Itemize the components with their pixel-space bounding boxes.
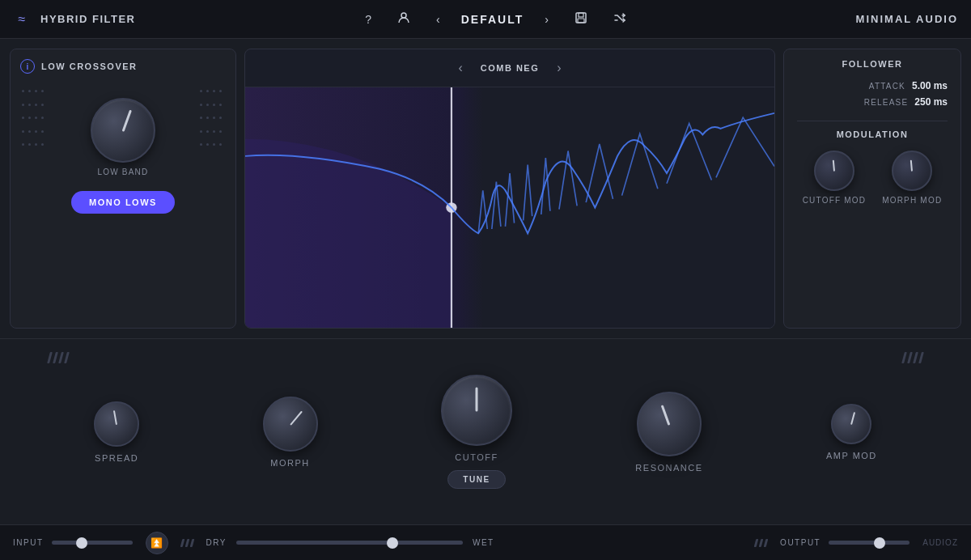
b-hatch-r1 — [754, 539, 759, 547]
bottom-bar: INPUT ⏫ DRY WET OUTPUT AUDIO — [0, 524, 971, 560]
attack-row: ATTACK 5.00 ms — [797, 80, 948, 91]
svg-point-0 — [401, 13, 406, 18]
output-slider-group: OUTPUT — [780, 538, 910, 547]
follower-panel: FOLLOWER ATTACK 5.00 ms RELEASE 250 ms M… — [783, 49, 961, 329]
attack-value: 5.00 ms — [912, 80, 948, 91]
morph-mod-label: MORPH MOD — [882, 196, 942, 205]
hatch-r1 — [901, 352, 907, 363]
modulation-knobs: CUTOFF MOD MORPH MOD — [803, 151, 943, 205]
preset-name: DEFAULT — [461, 13, 524, 26]
hatch-r2 — [907, 352, 913, 363]
top-bar: ≈ HYBRID FILTER ? ‹ DEFAULT › MINIMAL AU… — [0, 0, 971, 39]
hatch-marks-left — [49, 352, 68, 363]
attack-label: ATTACK — [869, 82, 905, 91]
cutoff-knob[interactable] — [441, 375, 512, 446]
wet-label: WET — [473, 538, 494, 547]
spread-knob[interactable] — [94, 401, 139, 447]
input-slider[interactable] — [52, 541, 133, 545]
morph-knob[interactable] — [263, 397, 318, 452]
morph-mod-knob[interactable] — [892, 151, 932, 191]
release-row: RELEASE 250 ms — [797, 96, 948, 108]
crossover-header: i LOW CROSSOVER — [20, 59, 226, 74]
cutoff-mod-label: CUTOFF MOD — [803, 196, 866, 205]
shuffle-button[interactable] — [608, 8, 631, 30]
hatch-marks-right — [903, 352, 922, 363]
low-band-knob[interactable] — [91, 98, 155, 163]
prev-preset-button[interactable]: ‹ — [431, 10, 445, 29]
filter-prev-button[interactable]: ‹ — [453, 57, 467, 78]
audioz-watermark: AUDIOZ — [922, 538, 958, 547]
cutoff-mod-knob[interactable] — [814, 151, 854, 191]
b-hatch-3 — [189, 539, 194, 547]
b-hatch-1 — [180, 539, 184, 547]
next-preset-button[interactable]: › — [540, 10, 553, 29]
filter-header: ‹ COMB NEG › — [245, 49, 774, 87]
b-hatch-r2 — [759, 539, 764, 547]
info-button[interactable]: i — [20, 59, 35, 74]
filter-next-button[interactable]: › — [552, 57, 566, 78]
filter-visualization — [245, 87, 774, 328]
user-button[interactable] — [392, 8, 415, 30]
low-band-label: LOW BAND — [98, 168, 149, 176]
release-value: 250 ms — [914, 96, 948, 108]
output-slider[interactable] — [829, 541, 910, 545]
morph-container: MORPH — [263, 397, 318, 468]
low-band-knob-container: LOW BAND — [91, 98, 155, 176]
plugin-title: HYBRID FILTER — [40, 13, 135, 25]
follower-title: FOLLOWER — [842, 59, 903, 69]
spread-label: SPREAD — [95, 453, 138, 463]
help-button[interactable]: ? — [360, 10, 376, 29]
filter-panel: ‹ COMB NEG › — [244, 49, 775, 329]
plugin-icon: ≈ — [13, 11, 31, 28]
input-label: INPUT — [13, 538, 44, 547]
modulation-title: MODULATION — [837, 129, 909, 139]
hatch-r3 — [913, 352, 918, 363]
dot-grid-right — [200, 90, 224, 155]
bottom-section: SPREAD MORPH CUTOFF TUNE RESONANCE AMP M… — [0, 338, 971, 524]
bottom-hatch-left — [181, 539, 193, 547]
b-hatch-2 — [184, 539, 189, 547]
resonance-knob[interactable] — [637, 392, 702, 456]
hatch-1 — [47, 352, 53, 363]
top-panels: i LOW CROSSOVER LOW BAND — [0, 39, 971, 338]
dot-grid-left — [22, 90, 46, 155]
follower-divider — [797, 121, 948, 121]
dry-label: DRY — [206, 538, 227, 547]
hatch-r4 — [918, 352, 924, 363]
resonance-label: RESONANCE — [635, 463, 702, 473]
brand-name: MINIMAL AUDIO — [856, 13, 958, 25]
amp-mod-label: AMP MOD — [826, 451, 877, 460]
hatch-3 — [58, 352, 64, 363]
top-bar-center: ? ‹ DEFAULT › — [360, 8, 631, 30]
top-bar-right: MINIMAL AUDIO — [856, 13, 958, 25]
cutoff-mod-container: CUTOFF MOD — [803, 151, 866, 205]
cutoff-label: CUTOFF — [455, 452, 498, 462]
amp-mod-knob[interactable] — [831, 404, 871, 444]
save-button[interactable] — [570, 8, 592, 30]
morph-mod-container: MORPH MOD — [882, 151, 942, 205]
spread-container: SPREAD — [94, 401, 139, 463]
double-chevron-button[interactable]: ⏫ — [146, 532, 168, 554]
filter-display — [245, 87, 774, 328]
cutoff-container: CUTOFF TUNE — [441, 375, 512, 489]
resonance-container: RESONANCE — [635, 392, 702, 473]
crossover-title: LOW CROSSOVER — [41, 62, 138, 71]
filter-name: COMB NEG — [481, 63, 540, 73]
bottom-hatch-right — [755, 539, 767, 547]
tune-button[interactable]: TUNE — [447, 470, 505, 489]
hatch-2 — [53, 352, 58, 363]
b-hatch-r3 — [764, 539, 769, 547]
mono-lows-button[interactable]: MONO LOWS — [71, 191, 175, 214]
release-label: RELEASE — [864, 98, 909, 107]
dry-wet-slider[interactable] — [236, 541, 463, 545]
main-area: i LOW CROSSOVER LOW BAND — [0, 39, 971, 560]
amp-mod-container: AMP MOD — [826, 404, 877, 460]
crossover-panel: i LOW CROSSOVER LOW BAND — [10, 49, 236, 329]
dry-wet-slider-group: DRY WET — [206, 538, 743, 547]
hatch-4 — [64, 352, 70, 363]
input-slider-group: INPUT — [13, 538, 133, 547]
top-bar-left: ≈ HYBRID FILTER — [13, 11, 135, 28]
output-label: OUTPUT — [780, 538, 820, 547]
morph-label: MORPH — [270, 458, 309, 468]
